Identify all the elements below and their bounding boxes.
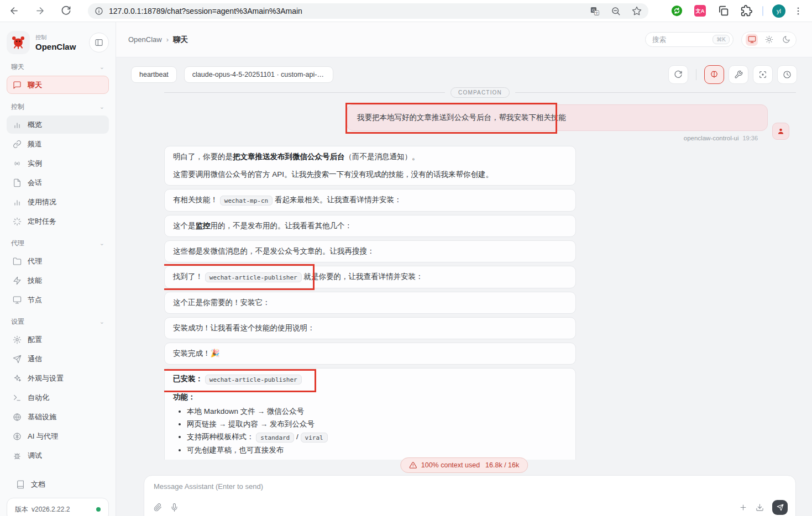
terminal-icon — [13, 393, 22, 402]
history-clock-button[interactable] — [777, 65, 797, 84]
sidebar-item-label: 使用情况 — [28, 197, 56, 207]
brain-context-button[interactable] — [704, 65, 724, 84]
extension-copy-icon[interactable] — [717, 5, 729, 17]
sidebar-item-label: 聊天 — [28, 80, 42, 90]
assistant-message: 已安装： wechat-article-publisher功能：本地 Markd… — [164, 368, 576, 460]
sidebar-item-label: 文档 — [31, 480, 45, 489]
extensions-puzzle-icon[interactable] — [741, 5, 752, 17]
sidebar-item-instances[interactable]: 实例 — [7, 154, 109, 172]
chat-toolbar: heartbeat claude-opus-4-5-20251101 · cus… — [131, 65, 797, 84]
sidebar-collapse-button[interactable] — [89, 33, 109, 52]
theme-switcher — [741, 31, 797, 48]
chevron-down-icon: ⌄ — [99, 240, 104, 247]
sidebar-item-label: 技能 — [28, 276, 42, 286]
version-label: 版本 — [15, 505, 28, 514]
search-input[interactable] — [652, 36, 702, 44]
forward-icon[interactable] — [35, 6, 45, 16]
assistant-message: 有相关技能！ wechat-mp-cn 看起来最相关。让我查看详情并安装： — [164, 189, 576, 212]
sidebar-item-debug[interactable]: 调试 — [7, 446, 109, 465]
sidebar-item-sessions[interactable]: 会话 — [7, 173, 109, 192]
focus-scan-button[interactable] — [753, 65, 773, 84]
sidebar-header: 控制 OpenClaw — [6, 31, 110, 54]
microphone-icon[interactable] — [170, 503, 179, 512]
sidebar-section-label[interactable]: 设置⌄ — [7, 317, 109, 327]
openclaw-lobster-logo — [7, 31, 30, 54]
sidebar-item-channels[interactable]: 频道 — [7, 135, 109, 153]
sidebar-item-skills[interactable]: 技能 — [7, 271, 109, 289]
breadcrumb-current: 聊天 — [173, 35, 188, 45]
sidebar-item-usage[interactable]: 使用情况 — [7, 193, 109, 211]
sidebar-item-nodes[interactable]: 节点 — [7, 291, 109, 309]
extension-translate-icon[interactable]: 文A — [694, 5, 706, 17]
sidebar-item-cron[interactable]: 定时任务 — [7, 212, 109, 230]
chevron-down-icon: ⌄ — [99, 318, 104, 325]
sidebar-item-automation[interactable]: 自动化 — [7, 388, 109, 407]
user-message-meta: openclaw-control-ui19:36 — [347, 135, 768, 141]
extension-refresh-icon[interactable] — [671, 5, 683, 17]
theme-dark-button[interactable] — [780, 34, 792, 46]
loader-icon — [13, 217, 22, 226]
sidebar-item-agents[interactable]: 代理 — [7, 252, 109, 270]
browser-profile-avatar[interactable]: yl — [772, 4, 785, 18]
sidebar-item-label: 配置 — [28, 335, 42, 345]
model-pill[interactable]: claude-opus-4-5-20251101 · custom-api-mo… — [184, 66, 333, 83]
translate-page-icon[interactable]: G文 — [590, 6, 600, 16]
sidebar-item-label: 基础设施 — [28, 412, 56, 422]
toolbar-divider — [762, 6, 763, 16]
plus-icon[interactable] — [739, 503, 747, 512]
sender-name: openclaw-control-ui — [684, 135, 739, 141]
attachment-icon[interactable] — [154, 503, 162, 512]
sidebar-item-appearance[interactable]: 外观与设置 — [7, 369, 109, 387]
bookmark-star-icon[interactable] — [632, 6, 642, 16]
sidebar-item-config[interactable]: 配置 — [7, 330, 109, 349]
brain-circle-icon — [13, 432, 22, 441]
sidebar-item-comms[interactable]: 通信 — [7, 350, 109, 368]
file-icon — [13, 178, 22, 187]
wrench-button[interactable] — [729, 65, 748, 84]
folder-icon — [13, 257, 22, 266]
reload-icon[interactable] — [61, 6, 71, 16]
assistant-message: 这些都是发微信消息的，不是发公众号文章的。让我再搜搜： — [164, 240, 576, 262]
globe-icon — [13, 413, 22, 422]
assistant-message: 明白了，你要的是把文章推送发布到微信公众号后台（而不是消息通知）。这需要调用微信… — [164, 146, 576, 186]
refresh-button[interactable] — [668, 65, 688, 84]
sidebar-item-label: AI 与代理 — [28, 431, 58, 441]
sidebar-item-label: 代理 — [28, 256, 42, 266]
sidebar-section-label[interactable]: 代理⌄ — [7, 239, 109, 248]
zoom-out-icon[interactable] — [611, 6, 621, 16]
sidebar-item-ai-agents[interactable]: AI 与代理 — [7, 427, 109, 445]
browser-menu-icon[interactable] — [793, 6, 803, 16]
sidebar-section-label[interactable]: 控制⌄ — [7, 102, 109, 112]
sidebar-section-label[interactable]: 聊天⌄ — [7, 62, 109, 72]
message-input[interactable] — [154, 482, 786, 491]
theme-light-button[interactable] — [763, 34, 775, 46]
gear-icon — [13, 335, 22, 344]
assistant-message: 安装成功！让我看看这个技能的使用说明： — [164, 317, 576, 339]
address-bar[interactable]: 127.0.0.1:18789/chat?session=agent%3Amai… — [88, 3, 648, 19]
bug-icon — [13, 451, 22, 460]
sidebar-item-docs[interactable]: 文档 — [10, 479, 109, 490]
search-box[interactable]: ⌘K — [645, 32, 734, 47]
user-message-group: 我要把本地写好的文章推送到公众号后台，帮我安装下相关技能 openclaw-co… — [347, 104, 768, 141]
timestamp: 19:36 — [742, 135, 758, 141]
version-value: v2026.2.22.2 — [32, 506, 70, 513]
sidebar-item-chat[interactable]: 聊天 — [7, 76, 109, 94]
svg-text:文A: 文A — [695, 8, 705, 14]
download-icon[interactable] — [756, 503, 764, 512]
sidebar-item-infrastructure[interactable]: 基础设施 — [7, 408, 109, 426]
sidebar-item-label: 自动化 — [28, 393, 49, 403]
search-shortcut-badge: ⌘K — [713, 35, 730, 44]
theme-system-button[interactable] — [746, 34, 758, 46]
breadcrumb-root[interactable]: OpenClaw — [128, 35, 162, 44]
sparkles-icon — [13, 374, 22, 383]
send-button[interactable] — [772, 500, 788, 515]
back-icon[interactable] — [9, 6, 19, 16]
sidebar-item-label: 通信 — [28, 354, 42, 364]
site-info-icon[interactable] — [95, 7, 103, 15]
url-text[interactable]: 127.0.0.1:18789/chat?session=agent%3Amai… — [109, 7, 302, 15]
sidebar-item-label: 频道 — [28, 139, 42, 149]
sidebar-item-overview[interactable]: 概览 — [7, 115, 109, 134]
browser-toolbar: 127.0.0.1:18789/chat?session=agent%3Amai… — [0, 0, 812, 22]
session-pill[interactable]: heartbeat — [131, 66, 177, 83]
book-icon — [16, 480, 25, 489]
